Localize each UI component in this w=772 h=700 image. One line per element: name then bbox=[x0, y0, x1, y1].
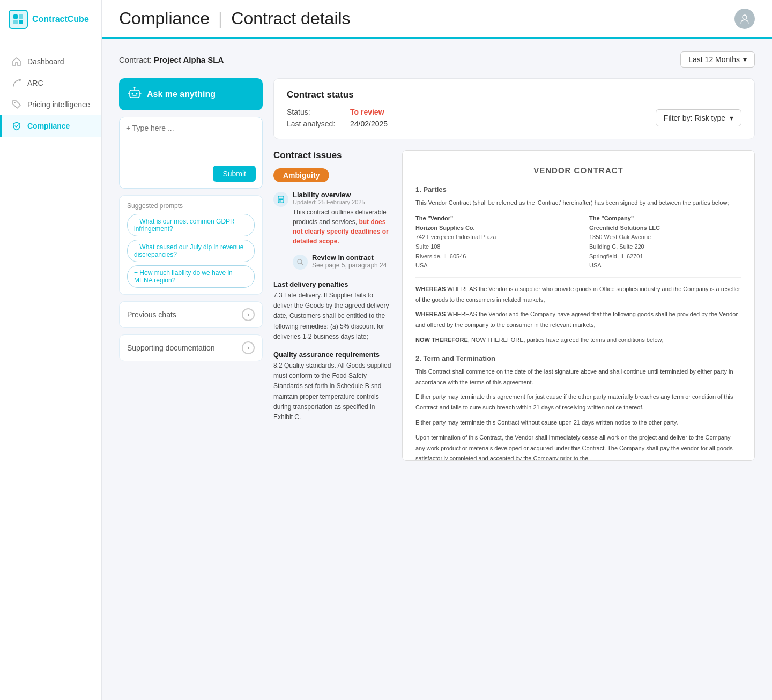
svg-point-5 bbox=[14, 102, 15, 103]
bot-icon bbox=[128, 86, 142, 103]
issue-text-review: Review in contract See page 5, paragraph… bbox=[312, 254, 387, 269]
topbar: Compliance | Contract details bbox=[102, 0, 772, 39]
logo-icon bbox=[9, 10, 28, 29]
logo-text: ContractCube bbox=[32, 14, 89, 24]
prompt-2[interactable]: + What caused our July dip in revenue di… bbox=[127, 240, 255, 262]
ai-panel: Ask me anything Submit Suggested prompts… bbox=[119, 78, 263, 361]
prompt-3[interactable]: + How much liability do we have in MENA … bbox=[127, 265, 255, 288]
extra-issue-delivery: Last delivery penalties 7.3 Late deliver… bbox=[273, 280, 391, 342]
status-row: Status: To review Last analysed: 24/02/2… bbox=[287, 108, 741, 128]
doc-parties: The "Vendor" Horizon Supplies Co. 742 Ev… bbox=[415, 215, 741, 271]
issue-text-liability: Liability overview Updated: 25 February … bbox=[293, 191, 391, 246]
page-title: Compliance | Contract details bbox=[119, 9, 351, 28]
chevron-down-filter-icon: ▾ bbox=[730, 114, 733, 122]
sidebar: ContractCube Dashboard ARC bbox=[0, 0, 102, 700]
issue-desc: This contract outlines deliverable produ… bbox=[293, 207, 391, 246]
page-content: Contract: Project Alpha SLA Last 12 Mont… bbox=[102, 39, 772, 700]
ambiguity-tag[interactable]: Ambiguity bbox=[273, 168, 329, 182]
doc-vendor: The "Vendor" Horizon Supplies Co. 742 Ev… bbox=[415, 215, 568, 271]
tag-icon bbox=[11, 99, 22, 110]
sidebar-nav: Dashboard ARC Pricing in bbox=[0, 42, 101, 700]
shield-icon bbox=[11, 121, 22, 131]
suggested-prompts: Suggested prompts + What is our most com… bbox=[119, 195, 263, 295]
chat-input[interactable] bbox=[126, 124, 256, 161]
extra-issue-quality: Quality assurance requirements 8.2 Quali… bbox=[273, 351, 391, 422]
supporting-docs[interactable]: Supporting documentation › bbox=[119, 334, 263, 361]
contract-document: VENDOR CONTRACT 1. Parties This Vendor C… bbox=[402, 150, 755, 461]
chat-input-area: Submit bbox=[119, 117, 263, 189]
user-avatar[interactable] bbox=[734, 9, 755, 29]
svg-point-4 bbox=[19, 79, 21, 81]
contract-status-card: Contract status Status: To review Last a… bbox=[273, 78, 755, 139]
submit-button[interactable]: Submit bbox=[213, 166, 256, 182]
status-field-status: Status: To review bbox=[287, 108, 388, 116]
issue-item-liability: Liability overview Updated: 25 February … bbox=[273, 191, 391, 246]
arc-icon bbox=[11, 78, 22, 88]
status-fields: Status: To review Last analysed: 24/02/2… bbox=[287, 108, 388, 128]
svg-point-9 bbox=[136, 93, 138, 95]
ask-box: Ask me anything bbox=[119, 78, 263, 110]
doc-icon bbox=[273, 192, 288, 207]
svg-point-10 bbox=[134, 87, 136, 88]
status-field-analysed: Last analysed: 24/02/2025 bbox=[287, 120, 388, 128]
svg-rect-3 bbox=[19, 20, 23, 24]
expand-icon: › bbox=[242, 308, 255, 321]
svg-rect-7 bbox=[130, 90, 139, 98]
svg-point-8 bbox=[132, 93, 133, 95]
sidebar-item-compliance[interactable]: Compliance bbox=[0, 115, 101, 137]
svg-rect-0 bbox=[13, 14, 18, 19]
submit-row: Submit bbox=[126, 166, 256, 182]
previous-chats[interactable]: Previous chats › bbox=[119, 301, 263, 328]
search-icon bbox=[293, 255, 308, 270]
doc-company: The "Company" Greenfield Solutions LLC 1… bbox=[589, 215, 741, 271]
filter-button[interactable]: Filter by: Risk type ▾ bbox=[656, 109, 741, 126]
sidebar-item-arc[interactable]: ARC bbox=[0, 72, 101, 94]
sidebar-item-pricing[interactable]: Pricing intelligence bbox=[0, 94, 101, 115]
issues-list: Contract issues Ambiguity bbox=[273, 150, 391, 431]
issue-item-review: Review in contract See page 5, paragraph… bbox=[293, 254, 391, 270]
sidebar-item-dashboard[interactable]: Dashboard bbox=[0, 51, 101, 72]
issues-section: Contract issues Ambiguity bbox=[273, 150, 755, 461]
expand-icon-docs: › bbox=[242, 341, 255, 354]
home-icon bbox=[11, 56, 22, 67]
chevron-down-icon: ▾ bbox=[743, 55, 747, 64]
svg-rect-2 bbox=[13, 20, 18, 24]
extra-issues: Last delivery penalties 7.3 Late deliver… bbox=[273, 280, 391, 422]
right-panel: Contract status Status: To review Last a… bbox=[273, 78, 755, 461]
svg-rect-1 bbox=[19, 14, 23, 19]
prompt-1[interactable]: + What is our most common GDPR infringem… bbox=[127, 214, 255, 236]
two-col-layout: Ask me anything Submit Suggested prompts… bbox=[119, 78, 755, 461]
contract-name: Contract: Project Alpha SLA bbox=[119, 55, 224, 64]
logo: ContractCube bbox=[0, 0, 101, 42]
period-select[interactable]: Last 12 Months ▾ bbox=[680, 51, 755, 68]
svg-point-6 bbox=[743, 15, 747, 19]
title-divider: | bbox=[218, 9, 222, 28]
contract-header: Contract: Project Alpha SLA Last 12 Mont… bbox=[119, 51, 755, 68]
main-content: Compliance | Contract details Contract: … bbox=[102, 0, 772, 700]
